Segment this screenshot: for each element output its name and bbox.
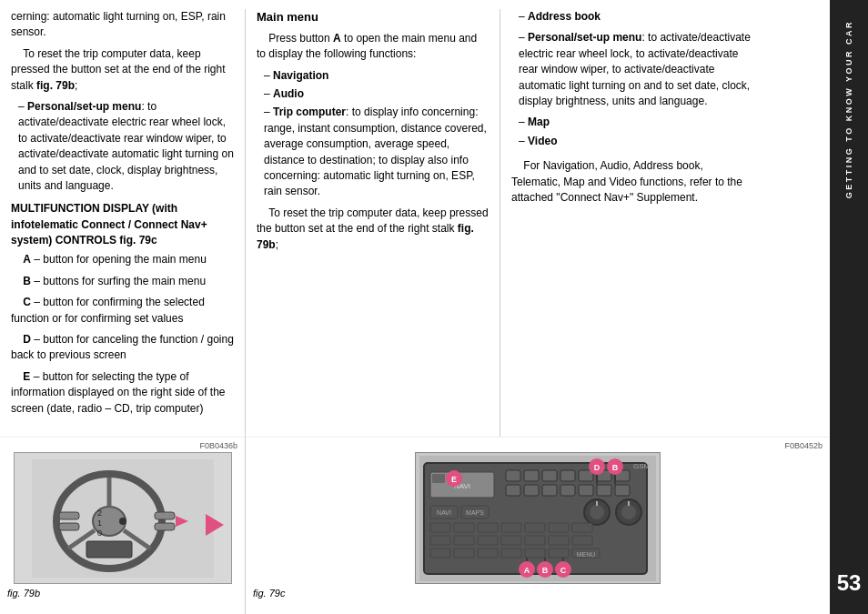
svg-rect-50 (525, 523, 545, 532)
col2-trip-computer: – Trip computer: to display info concern… (264, 105, 489, 199)
svg-rect-30 (542, 485, 557, 496)
svg-rect-53 (430, 536, 450, 545)
svg-rect-21 (506, 470, 520, 481)
col1-e: E – button for selecting the type of inf… (11, 369, 234, 417)
col1-a: A – button for opening the main menu (11, 252, 234, 267)
svg-text:B: B (542, 566, 549, 575)
svg-rect-13 (155, 523, 175, 530)
figures-area: F0B0436b 2 (0, 437, 830, 614)
fig-right-code: F0B0452b (784, 441, 823, 450)
columns-area: cerning: automatic light turning on, ESP… (0, 0, 830, 437)
svg-rect-56 (501, 536, 521, 545)
svg-rect-47 (454, 523, 474, 532)
svg-rect-55 (478, 536, 498, 545)
col1-d: D – button for canceling the function / … (11, 332, 234, 364)
col3-address-book: – Address book (519, 9, 753, 25)
fig-left-caption: fig. 79b (7, 588, 40, 599)
col2-audio: – Audio (264, 86, 489, 102)
col2-navigation: – Navigation (264, 68, 489, 84)
column-3: – Address book – Personal/set-up menu: t… (500, 9, 764, 437)
svg-rect-48 (478, 523, 498, 532)
figure-left: F0B0436b 2 (0, 438, 246, 614)
svg-rect-24 (560, 470, 575, 481)
svg-text:0: 0 (97, 528, 102, 538)
steering-wheel-svg: 2 1 0 (32, 459, 214, 578)
svg-rect-15 (86, 541, 132, 558)
svg-rect-49 (501, 523, 521, 532)
col1-intro: cerning: automatic light turning on, ESP… (11, 9, 234, 41)
svg-rect-32 (579, 485, 593, 496)
svg-rect-6 (59, 512, 79, 519)
svg-rect-57 (525, 536, 545, 545)
fig-right-caption: fig. 79c (253, 588, 285, 599)
svg-rect-61 (454, 549, 474, 558)
fig-79c-image: NAVI (415, 452, 661, 584)
svg-text:1: 1 (97, 518, 102, 528)
svg-rect-12 (155, 512, 175, 519)
radio-svg: NAVI (419, 456, 656, 581)
col2-main-menu-title: Main menu (257, 9, 489, 26)
svg-rect-28 (506, 485, 520, 496)
svg-rect-59 (572, 536, 592, 545)
svg-rect-62 (478, 549, 498, 558)
col2-main-menu-intro: Press button A to open the main menu and… (257, 31, 489, 63)
svg-rect-46 (430, 523, 450, 532)
svg-rect-22 (524, 470, 539, 481)
svg-rect-60 (430, 549, 450, 558)
svg-text:E: E (451, 475, 457, 484)
svg-text:C: C (560, 566, 567, 575)
main-content: cerning: automatic light turning on, ESP… (0, 0, 830, 614)
svg-text:MENU: MENU (577, 551, 596, 558)
col3-video: – Video (519, 134, 753, 149)
svg-rect-63 (501, 549, 521, 558)
svg-point-41 (590, 505, 604, 519)
svg-rect-7 (59, 523, 79, 530)
svg-rect-58 (549, 536, 569, 545)
svg-rect-20 (432, 474, 445, 483)
svg-point-44 (621, 505, 636, 519)
svg-rect-54 (454, 536, 474, 545)
arrow-right (206, 514, 224, 536)
svg-point-11 (119, 518, 126, 525)
svg-text:2: 2 (97, 508, 102, 518)
col3-map: – Map (519, 115, 753, 130)
svg-text:A: A (524, 566, 530, 575)
col1-b: B – buttons for surfing the main menu (11, 274, 234, 289)
svg-rect-65 (549, 549, 569, 558)
svg-rect-52 (572, 523, 592, 532)
svg-rect-64 (525, 549, 545, 558)
svg-text:B: B (612, 463, 619, 472)
col1-section-title: MULTIFUNCTION DISPLAY (with infotelemati… (11, 201, 234, 248)
svg-rect-34 (615, 485, 630, 496)
right-sidebar: GETTING TO KNOW YOUR CAR 53 (830, 0, 868, 614)
col3-footer: For Navigation, Audio, Address book, Tel… (511, 158, 753, 206)
svg-rect-31 (560, 485, 575, 496)
col3-personal-setup: – Personal/set-up menu: to activate/deac… (519, 30, 753, 109)
svg-rect-23 (542, 470, 557, 481)
page-number: 53 (837, 570, 862, 596)
svg-text:D: D (594, 463, 601, 472)
svg-text:NAVI: NAVI (437, 509, 451, 516)
col1-fig-ref: fig. 79b (36, 79, 75, 92)
column-2: Main menu Press button A to open the mai… (246, 9, 500, 437)
col1-c: C – button for confirming the selected f… (11, 295, 234, 327)
col1-personal-menu: – Personal/set-up menu: to activate/deac… (18, 99, 234, 194)
column-1: cerning: automatic light turning on, ESP… (0, 9, 246, 437)
col1-reset-trip: To reset the trip computer data, keep pr… (11, 46, 234, 94)
svg-text:GSM: GSM (633, 462, 651, 470)
svg-rect-29 (524, 485, 539, 496)
svg-rect-51 (549, 523, 569, 532)
svg-rect-33 (597, 485, 611, 496)
fig-79b-image: 2 1 0 (14, 452, 232, 584)
fig-left-code: F0B0436b (199, 441, 237, 450)
svg-text:MAPS: MAPS (466, 509, 484, 516)
figure-right: F0B0452b NAVI (246, 438, 830, 614)
sidebar-label: GETTING TO KNOW YOUR CAR (844, 20, 853, 198)
col2-reset-trip: To reset the trip computer data, keep pr… (257, 206, 489, 253)
